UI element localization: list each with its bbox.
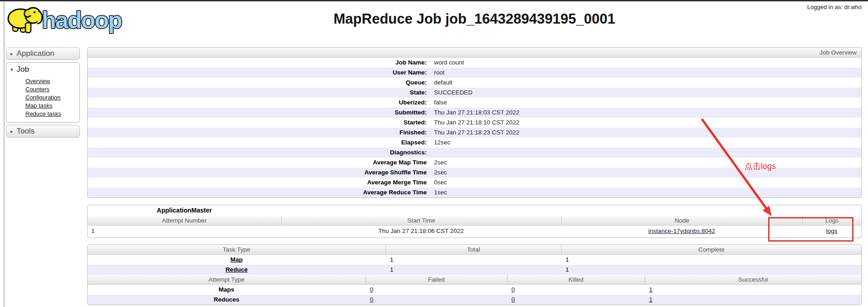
reduces-killed-link[interactable]: 0	[512, 296, 515, 303]
sidebar-section-application[interactable]: ▸ Application	[6, 47, 80, 60]
column-header-complete: Complete	[561, 245, 861, 254]
sidebar-section-job: ▾ Job Overview Counters Configuration Ma…	[6, 62, 80, 123]
sidebar-section-job-header[interactable]: ▾ Job	[6, 63, 79, 77]
maps-killed-cell: 0	[507, 285, 645, 295]
overview-row: Queue:default	[88, 78, 861, 88]
maps-successful-link[interactable]: 1	[649, 286, 653, 293]
column-header-attempt-type: Attempt Type	[88, 275, 365, 284]
window-left-edge	[4, 1, 5, 307]
overview-row: Average Reduce Time1sec	[88, 188, 861, 198]
reduce-tasks-cell: Reduce	[88, 265, 385, 275]
sidebar-item-overview[interactable]: Overview	[25, 78, 50, 84]
map-tasks-cell: Map	[88, 255, 385, 265]
attempt-number-cell: 1	[88, 226, 281, 238]
reduces-label: Reduces	[88, 295, 365, 305]
overview-row: User Name:root	[88, 68, 861, 78]
column-header-attempt-number: Attempt Number	[88, 216, 281, 225]
map-complete-cell: 1	[561, 255, 861, 265]
job-overview-header: Job Overview	[88, 48, 861, 58]
map-total-cell: 1	[385, 255, 561, 265]
reduces-successful-link[interactable]: 1	[649, 296, 653, 303]
column-header-killed: Killed	[507, 275, 645, 284]
reduce-tasks-link[interactable]: Reduce	[226, 266, 248, 273]
logged-in-as-text: Logged in as: dr.who	[807, 4, 862, 10]
attempt-row-reduces: Reduces 0 0 1	[88, 295, 861, 305]
chevron-right-icon: ▸	[10, 129, 13, 134]
overview-row: Submitted:Thu Jan 27 21:18:03 CST 2022	[88, 108, 861, 118]
main-content: Job Overview Job Name:word count User Na…	[87, 47, 862, 305]
overview-row: Elapsed:12sec	[88, 138, 861, 148]
maps-killed-link[interactable]: 0	[512, 286, 515, 293]
sidebar: ▸ Application ▾ Job Overview Counters Co…	[6, 47, 80, 140]
annotation-highlight-box	[768, 217, 853, 242]
page-title: MapReduce Job job_1643289439195_0001	[87, 11, 862, 27]
overview-row: Average Merge Time0sec	[88, 178, 861, 188]
reduces-killed-cell: 0	[507, 295, 645, 305]
column-header-failed: Failed	[365, 275, 507, 284]
node-link[interactable]: instance-17ydqnbs:8042	[648, 228, 715, 234]
application-master-title-row: ApplicationMaster	[88, 205, 861, 216]
maps-successful-cell: 1	[645, 285, 861, 295]
column-header-start-time: Start Time	[281, 216, 561, 225]
reduce-complete-cell: 1	[561, 265, 861, 275]
attempt-row-maps: Maps 0 0 1	[88, 285, 861, 295]
job-overview-rows: Job Name:word count User Name:root Queue…	[88, 58, 861, 198]
column-header-task-type: Task Type	[88, 245, 385, 254]
task-row-map: Map 1 1	[88, 255, 861, 265]
application-master-title: ApplicationMaster	[88, 205, 281, 216]
overview-row: Uberized:false	[88, 98, 861, 108]
map-tasks-link[interactable]: Map	[231, 256, 243, 263]
maps-label: Maps	[88, 285, 365, 295]
annotation-text: 点击logs	[745, 161, 776, 172]
column-header-total: Total	[385, 245, 561, 254]
application-master-column-headers: Attempt Number Start Time Node Logs	[88, 216, 861, 226]
chevron-down-icon: ▾	[10, 67, 13, 72]
sidebar-section-label: Tools	[17, 127, 35, 136]
start-time-cell: Thu Jan 27 21:18:06 CST 2022	[281, 226, 561, 238]
column-header-successful: Successful	[645, 275, 861, 284]
sidebar-section-tools[interactable]: ▸ Tools	[6, 125, 80, 138]
overview-row: Diagnostics:	[88, 148, 861, 158]
sidebar-section-label: Job	[17, 65, 29, 74]
job-overview-header-label: Job Overview	[819, 49, 857, 56]
sidebar-item-configuration[interactable]: Configuration	[25, 94, 60, 101]
sidebar-item-map-tasks[interactable]: Map tasks	[25, 102, 52, 109]
attempt-column-headers: Attempt Type Failed Killed Successful	[88, 275, 861, 285]
reduces-failed-link[interactable]: 0	[370, 296, 374, 303]
sidebar-item-reduce-tasks[interactable]: Reduce tasks	[25, 110, 61, 117]
maps-failed-cell: 0	[365, 285, 507, 295]
overview-row: Started:Thu Jan 27 21:18:10 CST 2022	[88, 118, 861, 128]
window-top-edge	[0, 0, 868, 1]
reduces-successful-cell: 1	[645, 295, 861, 305]
task-summary-panel: Task Type Total Complete Map 1 1 Reduce …	[87, 244, 862, 305]
overview-row: Finished:Thu Jan 27 21:18:23 CST 2022	[88, 128, 861, 138]
chevron-right-icon: ▸	[10, 51, 13, 56]
overview-row: Job Name:word count	[88, 58, 861, 68]
reduces-failed-cell: 0	[365, 295, 507, 305]
node-cell: instance-17ydqnbs:8042	[561, 226, 803, 238]
reduce-total-cell: 1	[385, 265, 561, 275]
maps-failed-link[interactable]: 0	[370, 286, 374, 293]
job-overview-panel: Job Overview Job Name:word count User Na…	[87, 47, 862, 198]
task-row-reduce: Reduce 1 1	[88, 265, 861, 275]
task-column-headers: Task Type Total Complete	[88, 245, 861, 255]
application-master-panel: ApplicationMaster Attempt Number Start T…	[87, 205, 862, 238]
column-header-node: Node	[561, 216, 803, 225]
overview-row: State:SUCCEEDED	[88, 88, 861, 98]
application-master-row: 1 Thu Jan 27 21:18:06 CST 2022 instance-…	[88, 226, 861, 238]
job-nav-links: Overview Counters Configuration Map task…	[6, 77, 79, 118]
sidebar-section-label: Application	[17, 49, 54, 58]
sidebar-item-counters[interactable]: Counters	[25, 86, 49, 93]
